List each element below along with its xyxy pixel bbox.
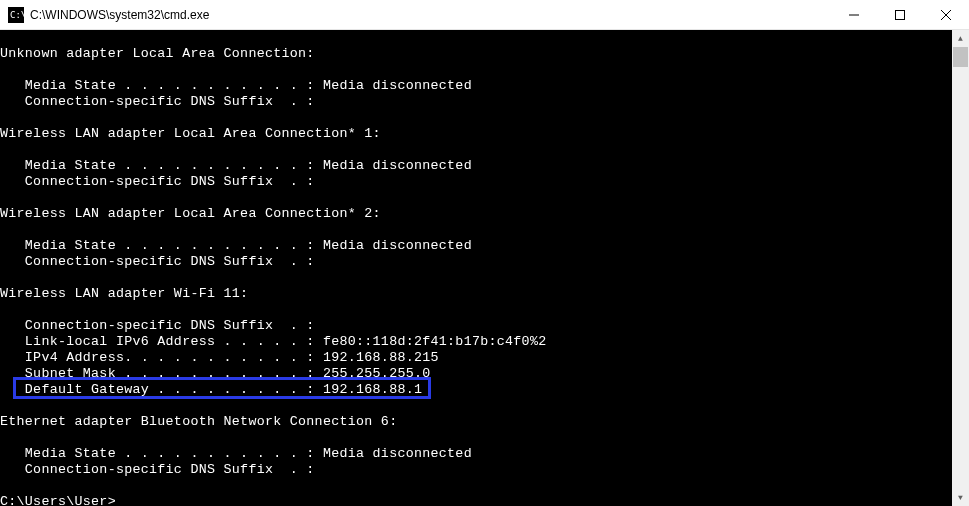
terminal-line: Subnet Mask . . . . . . . . . . . : 255.…: [0, 366, 952, 382]
terminal-line: [0, 302, 952, 318]
svg-rect-3: [896, 10, 905, 19]
scrollbar-down-icon[interactable]: ▼: [952, 489, 969, 506]
window-controls: [831, 0, 969, 29]
minimize-button[interactable]: [831, 0, 877, 29]
terminal-line: Media State . . . . . . . . . . . : Medi…: [0, 446, 952, 462]
scrollbar-thumb[interactable]: [953, 47, 968, 67]
terminal-area: Unknown adapter Local Area Connection: M…: [0, 30, 969, 506]
window-titlebar: C:\ C:\WINDOWS\system32\cmd.exe: [0, 0, 969, 30]
terminal-line: Default Gateway . . . . . . . . . : 192.…: [0, 382, 952, 398]
terminal-line: [0, 30, 952, 46]
terminal-line: Wireless LAN adapter Local Area Connecti…: [0, 126, 952, 142]
terminal-line: [0, 430, 952, 446]
close-button[interactable]: [923, 0, 969, 29]
terminal-line: [0, 62, 952, 78]
terminal-line: Media State . . . . . . . . . . . : Medi…: [0, 78, 952, 94]
terminal-line: Link-local IPv6 Address . . . . . : fe80…: [0, 334, 952, 350]
svg-text:C:\: C:\: [10, 10, 24, 20]
terminal-line: Connection-specific DNS Suffix . :: [0, 318, 952, 334]
vertical-scrollbar[interactable]: ▲ ▼: [952, 30, 969, 506]
terminal-line: Ethernet adapter Bluetooth Network Conne…: [0, 414, 952, 430]
scrollbar-up-icon[interactable]: ▲: [952, 30, 969, 47]
terminal-line: [0, 142, 952, 158]
terminal-line: [0, 398, 952, 414]
terminal-line: Connection-specific DNS Suffix . :: [0, 94, 952, 110]
terminal-line: [0, 110, 952, 126]
maximize-button[interactable]: [877, 0, 923, 29]
cmd-icon: C:\: [8, 7, 24, 23]
terminal-line: Media State . . . . . . . . . . . : Medi…: [0, 158, 952, 174]
terminal-line: Connection-specific DNS Suffix . :: [0, 462, 952, 478]
terminal-line: Connection-specific DNS Suffix . :: [0, 174, 952, 190]
terminal-line: Wireless LAN adapter Wi-Fi 11:: [0, 286, 952, 302]
window-title: C:\WINDOWS\system32\cmd.exe: [30, 8, 831, 22]
terminal-line: [0, 478, 952, 494]
terminal-line: C:\Users\User>: [0, 494, 952, 506]
terminal-line: [0, 190, 952, 206]
terminal-line: Media State . . . . . . . . . . . : Medi…: [0, 238, 952, 254]
terminal-line: IPv4 Address. . . . . . . . . . . : 192.…: [0, 350, 952, 366]
terminal-line: Connection-specific DNS Suffix . :: [0, 254, 952, 270]
terminal-line: [0, 270, 952, 286]
terminal-output[interactable]: Unknown adapter Local Area Connection: M…: [0, 30, 952, 506]
terminal-line: [0, 222, 952, 238]
terminal-line: Wireless LAN adapter Local Area Connecti…: [0, 206, 952, 222]
terminal-line: Unknown adapter Local Area Connection:: [0, 46, 952, 62]
